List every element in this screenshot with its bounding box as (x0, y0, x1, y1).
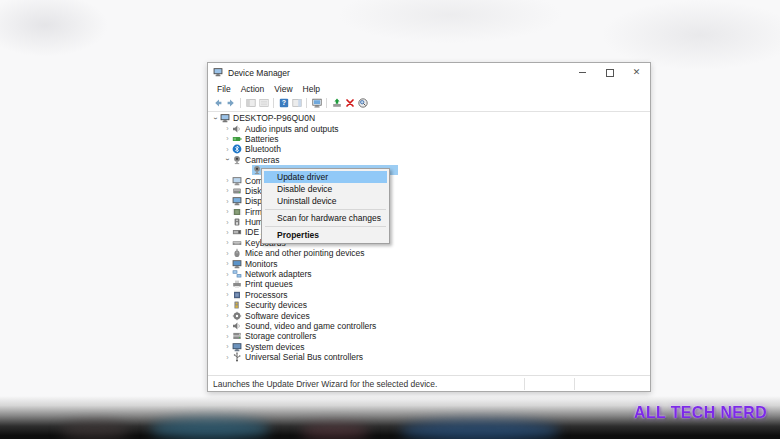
chevron-collapsed-icon[interactable]: › (223, 323, 232, 330)
context-menu-separator (265, 209, 386, 210)
tree-item-storage-controllers[interactable]: ›Storage controllers (208, 331, 650, 341)
sound-icon (232, 321, 242, 331)
ide-icon (232, 227, 242, 237)
menu-help[interactable]: Help (298, 84, 325, 94)
show-console-tree-icon[interactable] (245, 98, 256, 109)
toolbar-separator (273, 98, 274, 108)
status-bar: Launches the Update Driver Wizard for th… (208, 375, 650, 391)
tree-item-label: Batteries (245, 134, 279, 144)
tree-item-monitors[interactable]: ›Monitors (208, 258, 650, 268)
chevron-collapsed-icon[interactable]: › (223, 135, 232, 142)
tree-item-sound-video-and-game-controllers[interactable]: ›Sound, video and game controllers (208, 321, 650, 331)
status-divider (524, 378, 525, 390)
tree-item-mice-and-other-pointing-devices[interactable]: ›Mice and other pointing devices (208, 248, 650, 258)
tree-item-universal-serial-bus-controllers[interactable]: ›Universal Serial Bus controllers (208, 352, 650, 362)
chevron-collapsed-icon[interactable]: › (223, 208, 232, 215)
blur-blob (300, 424, 370, 439)
chevron-collapsed-icon[interactable]: › (223, 219, 232, 226)
context-menu: Update driverDisable deviceUninstall dev… (261, 168, 390, 244)
blur-blob (60, 422, 130, 439)
blur-blob (150, 418, 270, 439)
chevron-collapsed-icon[interactable]: › (223, 291, 232, 298)
chevron-collapsed-icon[interactable]: › (223, 239, 232, 246)
tree-item-label: Mice and other pointing devices (245, 248, 365, 258)
chevron-collapsed-icon[interactable]: › (223, 250, 232, 257)
device-manager-icon (213, 67, 224, 78)
context-item-uninstall-device[interactable]: Uninstall device (264, 195, 387, 207)
toolbar-separator (240, 98, 241, 108)
chevron-collapsed-icon[interactable]: › (223, 229, 232, 236)
chevron-collapsed-icon[interactable]: › (223, 198, 232, 205)
tree-item-desktop-p96qu0n[interactable]: ›DESKTOP-P96QU0N (208, 113, 650, 123)
menu-file[interactable]: File (212, 84, 236, 94)
device-tree: ›DESKTOP-P96QU0N›Audio inputs and output… (208, 112, 650, 378)
disk-icon (232, 186, 242, 196)
window-controls: ✕ (569, 63, 650, 82)
chevron-collapsed-icon[interactable]: › (223, 354, 232, 361)
chevron-collapsed-icon[interactable]: › (223, 271, 232, 278)
export-list-icon[interactable] (258, 98, 269, 109)
properties-panel-icon[interactable] (291, 98, 302, 109)
chevron-collapsed-icon[interactable]: › (223, 187, 232, 194)
tree-item-security-devices[interactable]: ›Security devices (208, 300, 650, 310)
tree-item-label: Security devices (245, 300, 307, 310)
context-item-properties[interactable]: Properties (264, 229, 387, 241)
audio-icon (232, 124, 242, 134)
tree-item-system-devices[interactable]: ›System devices (208, 342, 650, 352)
computer-monitor-icon[interactable] (311, 98, 322, 109)
software-icon (232, 311, 242, 321)
chevron-collapsed-icon[interactable]: › (223, 260, 232, 267)
chevron-expanded-icon[interactable]: › (212, 114, 219, 123)
tree-item-label: Monitors (245, 259, 278, 269)
forward-icon[interactable] (225, 98, 236, 109)
tree-item-software-devices[interactable]: ›Software devices (208, 310, 650, 320)
tree-item-label: Bluetooth (245, 144, 281, 154)
status-text: Launches the Update Driver Wizard for th… (213, 379, 437, 389)
scan-hardware-icon[interactable] (357, 98, 368, 109)
maximize-icon (606, 69, 614, 77)
context-item-update-driver[interactable]: Update driver (264, 171, 387, 183)
tree-item-processors[interactable]: ›Processors (208, 290, 650, 300)
tree-item-network-adapters[interactable]: ›Network adapters (208, 269, 650, 279)
chevron-collapsed-icon[interactable]: › (223, 312, 232, 319)
maximize-button[interactable] (596, 63, 623, 82)
tree-item-batteries[interactable]: ›Batteries (208, 134, 650, 144)
chevron-collapsed-icon[interactable]: › (223, 343, 232, 350)
tree-item-print-queues[interactable]: ›Print queues (208, 279, 650, 289)
context-item-scan-for-hardware-changes[interactable]: Scan for hardware changes (264, 212, 387, 224)
close-icon: ✕ (633, 68, 641, 77)
status-divider (574, 378, 575, 390)
chevron-collapsed-icon[interactable]: › (223, 146, 232, 153)
help-icon[interactable]: ? (278, 98, 289, 109)
toolbar-separator (326, 98, 327, 108)
computer2-icon (232, 176, 242, 186)
chevron-collapsed-icon[interactable]: › (223, 125, 232, 132)
context-item-disable-device[interactable]: Disable device (264, 183, 387, 195)
tree-item-audio-inputs-and-outputs[interactable]: ›Audio inputs and outputs (208, 123, 650, 133)
chevron-expanded-icon[interactable]: › (224, 155, 231, 164)
battery-icon (232, 134, 242, 144)
back-icon[interactable] (212, 98, 223, 109)
tree-item-label: DESKTOP-P96QU0N (233, 113, 315, 123)
tree-item-cameras[interactable]: ›Cameras (208, 155, 650, 165)
network-icon (232, 269, 242, 279)
tree-item-label: Storage controllers (245, 331, 316, 341)
printer-icon (232, 279, 242, 289)
chevron-collapsed-icon[interactable]: › (223, 302, 232, 309)
minimize-icon (579, 72, 586, 73)
chevron-collapsed-icon[interactable]: › (223, 281, 232, 288)
chevron-collapsed-icon[interactable]: › (223, 177, 232, 184)
tree-item-bluetooth[interactable]: ›Bluetooth (208, 144, 650, 154)
menu-view[interactable]: View (269, 84, 297, 94)
chevron-collapsed-icon[interactable]: › (223, 333, 232, 340)
tree-item-label: Network adapters (245, 269, 312, 279)
close-button[interactable]: ✕ (623, 63, 650, 82)
usb-icon (232, 352, 242, 362)
minimize-button[interactable] (569, 63, 596, 82)
storage-icon (232, 331, 242, 341)
update-driver-icon[interactable] (331, 98, 342, 109)
uninstall-device-icon[interactable] (344, 98, 355, 109)
menu-action[interactable]: Action (236, 84, 270, 94)
firmware-icon (232, 207, 242, 217)
title-bar: Device Manager ✕ (208, 63, 650, 82)
